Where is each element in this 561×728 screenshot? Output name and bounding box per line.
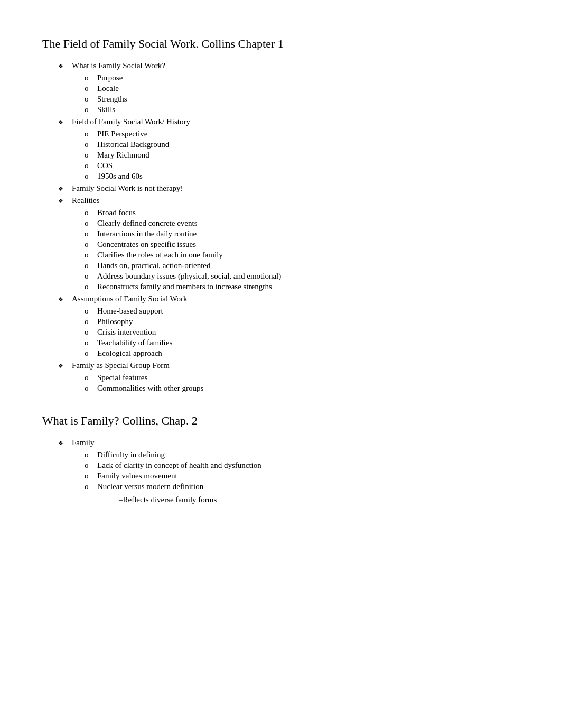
section2-heading: What is Family? Collins, Chap. 2 [42, 414, 519, 428]
level1-s2-item-1: ❖ Family oDifficulty in defining oLack o… [58, 438, 519, 504]
subitem-text: Broad focus [97, 208, 136, 217]
list-item: oNuclear versus modern definition [85, 482, 519, 491]
list-item: oSkills [85, 105, 519, 114]
level2-list-2: oPIE Perspective oHistorical Background … [58, 130, 519, 181]
level1-label-3: Family Social Work is not therapy! [72, 184, 183, 193]
section2-outline: ❖ Family oDifficulty in defining oLack o… [42, 438, 519, 504]
o-icon: o [85, 282, 92, 291]
level1-label-4: Realities [72, 196, 100, 205]
subitem-text: Hands on, practical, action-oriented [97, 261, 211, 270]
subitem-text: Address boundary issues (physical, socia… [97, 272, 281, 281]
section1-outline: ❖ What is Family Social Work? oPurpose o… [42, 61, 519, 393]
level2-list-5: oHome-based support oPhilosophy oCrisis … [58, 307, 519, 358]
level1-item-3: ❖ Family Social Work is not therapy! [58, 184, 519, 193]
o-icon: o [85, 140, 92, 149]
subitem-text: Purpose [97, 73, 123, 82]
level1-label-6: Family as Special Group Form [72, 361, 170, 370]
subitem-text: Interactions in the daily routine [97, 229, 197, 238]
o-icon: o [85, 307, 92, 316]
subitem-text: Clearly defined concrete events [97, 219, 198, 228]
level1-label-1: What is Family Social Work? [72, 61, 165, 70]
bullet-icon-5: ❖ [58, 296, 67, 303]
o-icon: o [85, 161, 92, 170]
o-icon: o [85, 472, 92, 481]
o-icon: o [85, 251, 92, 260]
list-item: oPIE Perspective [85, 130, 519, 139]
subitem-text: Concentrates on specific issues [97, 240, 196, 249]
subitem-text: Crisis intervention [97, 328, 156, 337]
level1-label-5: Assumptions of Family Social Work [72, 294, 188, 303]
bullet-icon-2: ❖ [58, 119, 67, 126]
subitem-text: Ecological approach [97, 349, 162, 358]
subitem-text: Philosophy [97, 317, 133, 326]
list-item: oStrengths [85, 95, 519, 104]
o-icon: o [85, 272, 92, 281]
list-item: oCOS [85, 161, 519, 170]
list-item: oSpecial features [85, 373, 519, 382]
bullet-icon-4: ❖ [58, 198, 67, 205]
o-icon: o [85, 130, 92, 139]
level1-item-6: ❖ Family as Special Group Form oSpecial … [58, 361, 519, 393]
subitem-text: COS [97, 161, 113, 170]
bullet-icon-s2-1: ❖ [58, 440, 67, 447]
o-icon: o [85, 208, 92, 217]
list-item: oHistorical Background [85, 140, 519, 149]
list-item: oAddress boundary issues (physical, soci… [85, 272, 519, 281]
o-icon: o [85, 151, 92, 160]
o-icon: o [85, 84, 92, 93]
level2-list-4: oBroad focus oClearly defined concrete e… [58, 208, 519, 291]
o-icon: o [85, 482, 92, 491]
o-icon: o [85, 95, 92, 104]
list-item: oHome-based support [85, 307, 519, 316]
subitem-text: Lack of clarity in concept of health and… [97, 461, 261, 470]
subitem-text: Nuclear versus modern definition [97, 482, 203, 491]
o-icon: o [85, 317, 92, 326]
list-item: oPurpose [85, 73, 519, 82]
level1-item-4: ❖ Realities oBroad focus oClearly define… [58, 196, 519, 291]
level2-s2-list-1: oDifficulty in defining oLack of clarity… [58, 450, 519, 491]
level1-label-2: Field of Family Social Work/ History [72, 117, 190, 126]
o-icon: o [85, 240, 92, 249]
bullet-icon-1: ❖ [58, 63, 67, 70]
subitem-text: PIE Perspective [97, 130, 147, 139]
level1-item-1: ❖ What is Family Social Work? oPurpose o… [58, 61, 519, 114]
list-item: oInteractions in the daily routine [85, 229, 519, 238]
list-item: oCrisis intervention [85, 328, 519, 337]
subitem-text: Locale [97, 84, 119, 93]
list-item: oFamily values movement [85, 472, 519, 481]
level1-item-2: ❖ Field of Family Social Work/ History o… [58, 117, 519, 181]
o-icon: o [85, 450, 92, 459]
o-icon: o [85, 73, 92, 82]
o-icon: o [85, 461, 92, 470]
subitem-text: Home-based support [97, 307, 163, 316]
o-icon: o [85, 105, 92, 114]
level1-s2-label-1: Family [72, 438, 95, 447]
list-item: oBroad focus [85, 208, 519, 217]
section1-heading: The Field of Family Social Work. Collins… [42, 37, 519, 51]
o-icon: o [85, 338, 92, 347]
list-item: oDifficulty in defining [85, 450, 519, 459]
subitem-text: 1950s and 60s [97, 172, 143, 181]
level1-item-5: ❖ Assumptions of Family Social Work oHom… [58, 294, 519, 358]
o-icon: o [85, 229, 92, 238]
o-icon: o [85, 373, 92, 382]
o-icon: o [85, 328, 92, 337]
level2-list-6: oSpecial features oCommonalities with ot… [58, 373, 519, 393]
o-icon: o [85, 172, 92, 181]
list-item: oEcological approach [85, 349, 519, 358]
list-item: oLocale [85, 84, 519, 93]
indent-note: –Reflects diverse family forms [58, 495, 519, 504]
subitem-text: Difficulty in defining [97, 450, 165, 459]
subitem-text: Special features [97, 373, 147, 382]
bullet-icon-6: ❖ [58, 363, 67, 370]
list-item: oMary Richmond [85, 151, 519, 160]
list-item: oCommonalities with other groups [85, 384, 519, 393]
list-item: oClarifies the roles of each in one fami… [85, 251, 519, 260]
subitem-text: Family values movement [97, 472, 177, 481]
subitem-text: Teachability of families [97, 338, 172, 347]
o-icon: o [85, 219, 92, 228]
subitem-text: Historical Background [97, 140, 169, 149]
subitem-text: Strengths [97, 95, 127, 104]
level2-list-1: oPurpose oLocale oStrengths oSkills [58, 73, 519, 114]
list-item: o1950s and 60s [85, 172, 519, 181]
